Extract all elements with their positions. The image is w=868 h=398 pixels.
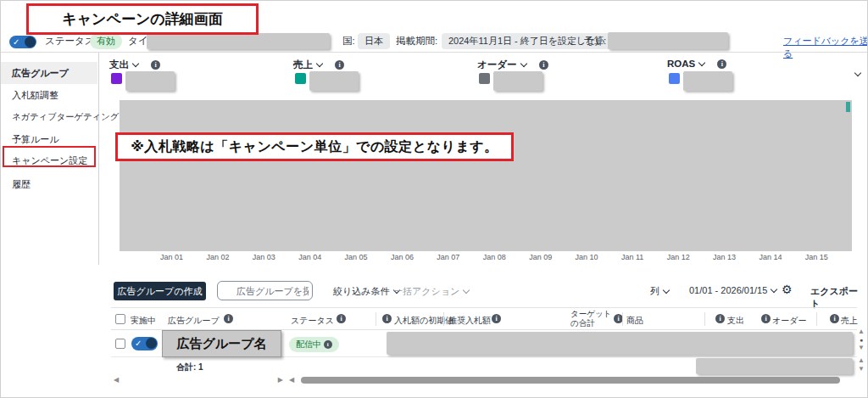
select-all-checkbox[interactable]: [115, 314, 125, 324]
info-icon[interactable]: i: [324, 340, 332, 349]
col-default-bid[interactable]: 入札額の初期値: [394, 315, 453, 327]
chart-scroll-handle: [846, 102, 850, 112]
info-icon[interactable]: i: [717, 59, 726, 69]
x-tick: Jan 05: [345, 253, 368, 261]
horizontal-scrollbar-right[interactable]: ◀: [289, 376, 853, 384]
metric-sales-label[interactable]: 売上: [293, 59, 313, 70]
scroll-right-icon[interactable]: ▶: [278, 376, 283, 384]
metric-spend-label[interactable]: 支出: [109, 59, 129, 70]
metric-orders-label[interactable]: オーダー: [477, 59, 517, 70]
filter-dropdown[interactable]: 絞り込み条件: [333, 285, 399, 298]
table-header: 実施中 広告グループ i ステータス i i 入札額の初期値 推奨入札額 i タ…: [111, 307, 857, 330]
gear-icon[interactable]: ⚙: [782, 283, 793, 296]
metric-roas-label[interactable]: ROAS: [667, 59, 695, 69]
header-divider: [1, 52, 868, 53]
info-icon[interactable]: i: [337, 314, 346, 323]
chevron-down-icon: [520, 60, 526, 67]
metric-roas: ROAS i: [667, 59, 726, 69]
row-status-badge: 配信中 i: [289, 337, 339, 352]
scroll-left-icon[interactable]: ◀: [289, 376, 294, 384]
metric-orders-value-redacted: [493, 71, 542, 91]
total-label: 合計: 1: [176, 362, 203, 373]
info-icon[interactable]: i: [715, 314, 725, 323]
columns-dropdown[interactable]: 列: [650, 285, 669, 298]
x-tick: Jan 15: [805, 253, 828, 261]
annotation-campaign-settings-box: [3, 146, 96, 167]
col-ad-group[interactable]: 広告グループ: [168, 315, 220, 327]
scroll-up-icon[interactable]: ▲: [856, 328, 866, 336]
col-suggested-bid[interactable]: 推奨入札額: [448, 315, 491, 327]
campaign-name-redacted: [147, 33, 330, 49]
search-ad-group-input[interactable]: [217, 281, 313, 300]
annotation-title-box: キャンペーンの詳細画面: [26, 3, 259, 35]
info-icon[interactable]: i: [224, 314, 233, 323]
table-row: ✓ 広告グループ名 配信中 i: [111, 330, 857, 357]
metric-roas-swatch: [669, 73, 680, 84]
chart-redacted-area: [120, 100, 852, 251]
x-tick: Jan 14: [759, 253, 782, 261]
metric-orders-swatch: [479, 73, 490, 84]
create-ad-group-button[interactable]: 広告グループの作成: [114, 282, 206, 300]
row-values-redacted: [387, 332, 853, 355]
scroll-down-icon[interactable]: ▼: [856, 365, 866, 373]
scroll-down-icon[interactable]: ▼: [856, 344, 866, 352]
x-tick: Jan 13: [713, 253, 736, 261]
period-label: 掲載期間:: [396, 35, 437, 48]
metric-orders: オーダー i: [477, 59, 548, 71]
bulk-actions-dropdown[interactable]: 一括アクション: [393, 285, 469, 298]
campaign-enabled-toggle[interactable]: ✓: [9, 36, 36, 48]
vertical-scrollbar[interactable]: ▲ ● ▼ ▲ ▼: [856, 328, 866, 378]
status-badge: 有効: [90, 33, 122, 49]
chart-collapse-chevron-icon[interactable]: [854, 70, 861, 76]
x-tick: Jan 02: [206, 253, 229, 261]
scroll-left-icon[interactable]: ◀: [114, 376, 119, 384]
x-tick: Jan 08: [483, 253, 506, 261]
x-tick: Jan 04: [298, 253, 321, 261]
metric-spend-value-redacted: [125, 71, 175, 91]
col-products: 商品: [626, 315, 643, 327]
x-tick: Jan 01: [160, 253, 183, 261]
x-tick: Jan 11: [621, 253, 643, 261]
info-icon[interactable]: i: [151, 60, 160, 70]
col-status[interactable]: ステータス: [291, 315, 334, 327]
budget-label: 予算:: [584, 35, 606, 48]
date-range-dropdown[interactable]: 01/01 - 2026/01/15: [689, 285, 776, 295]
sidebar-item-ad-groups[interactable]: 広告グループ: [1, 62, 97, 84]
row-checkbox[interactable]: [115, 339, 125, 349]
metric-roas-value-redacted: [683, 71, 732, 91]
x-tick: Jan 06: [391, 253, 414, 261]
info-icon[interactable]: i: [539, 60, 548, 70]
col-spend[interactable]: 支出: [727, 315, 744, 327]
country-label: 国:: [342, 35, 355, 48]
chevron-down-icon: [316, 60, 323, 67]
horizontal-scrollbar-left[interactable]: ◀ ▶: [114, 376, 283, 384]
chevron-down-icon: [463, 287, 470, 294]
x-tick: Jan 03: [253, 253, 275, 261]
chevron-down-icon: [698, 59, 705, 66]
info-icon[interactable]: i: [335, 60, 344, 70]
info-icon[interactable]: i: [761, 314, 771, 323]
chevron-down-icon: [663, 287, 670, 294]
sidebar-item-bid-adjustment[interactable]: 入札額調整: [1, 84, 97, 106]
metric-spend-swatch: [111, 73, 122, 84]
x-tick: Jan 10: [576, 253, 598, 261]
info-icon[interactable]: i: [382, 314, 392, 323]
col-orders[interactable]: オーダー: [772, 315, 806, 327]
annotation-bid-strategy-note: ※入札戦略は「キャンペーン単位」での設定となります。: [115, 132, 514, 161]
sidebar-item-history[interactable]: 履歴: [1, 173, 97, 195]
scrollbar-thumb[interactable]: ●: [856, 336, 866, 344]
info-icon[interactable]: i: [830, 314, 839, 323]
x-tick: Jan 12: [667, 253, 690, 261]
metric-spend: 支出 i: [109, 59, 160, 71]
table-total-row: 合計: 1: [111, 357, 857, 375]
info-icon[interactable]: i: [492, 314, 501, 323]
scroll-up-icon[interactable]: ▲: [856, 356, 866, 365]
row-enabled-toggle[interactable]: ✓: [131, 337, 158, 350]
x-tick: Jan 07: [437, 253, 459, 261]
chart-x-axis: Jan 01 Jan 02 Jan 03 Jan 04 Jan 05 Jan 0…: [160, 253, 828, 261]
col-targets-total[interactable]: ターゲットの合計: [570, 310, 618, 328]
feedback-link[interactable]: フィードバックを送る: [783, 35, 868, 60]
scrollbar-thumb[interactable]: [301, 377, 840, 384]
sidebar-item-negative-targeting[interactable]: ネガティブターゲティング: [1, 106, 97, 128]
col-sales[interactable]: 売上: [841, 315, 858, 327]
